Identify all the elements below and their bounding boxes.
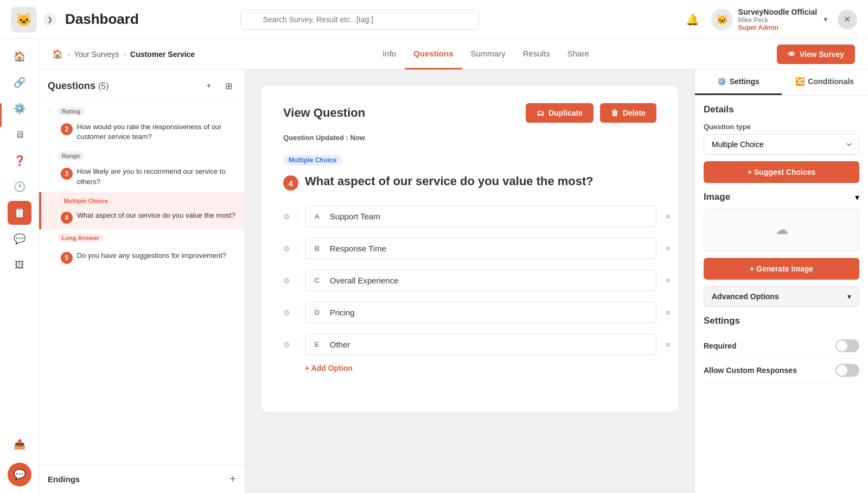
user-menu[interactable]: 🐱 SurveyNoodle Official Mike Peck Super … [711, 8, 829, 31]
upload-icon: ☁ [775, 222, 788, 237]
choice-remove-e[interactable]: ✕ [665, 340, 672, 349]
choice-drag-d[interactable]: :: [296, 308, 300, 317]
view-survey-button[interactable]: 👁 View Survey [777, 45, 855, 64]
choice-gear-b[interactable]: ⚙ [283, 244, 290, 253]
range-type-row: :: Range [39, 147, 245, 161]
endings-title: Endings [48, 475, 80, 484]
image-expand-button[interactable]: ▾ [855, 192, 859, 203]
details-title: Details [704, 104, 859, 115]
right-tabs: ⚙️ Settings 🔀 Conditionals [695, 69, 868, 96]
chat-float-button[interactable]: 💬 [8, 463, 31, 486]
sidebar-item-export[interactable]: 📤 [8, 432, 31, 456]
choice-remove-a[interactable]: ✕ [665, 212, 672, 221]
choice-input-e[interactable]: E Other [305, 334, 656, 355]
tab-summary[interactable]: Summary [462, 39, 514, 69]
mc-type-row[interactable]: :: Multiple Choice [39, 192, 245, 208]
settings-icon: ⚙️ [717, 77, 726, 86]
choice-remove-d[interactable]: ✕ [665, 308, 672, 317]
search-input[interactable] [240, 9, 479, 30]
questions-title: Questions (5) [48, 80, 109, 92]
choice-drag-c[interactable]: :: [296, 276, 300, 285]
add-question-button[interactable]: + [201, 78, 216, 93]
advanced-expand-icon: ▾ [847, 292, 851, 301]
questions-list: :: Rating :: 2 How would you rate the re… [39, 98, 245, 465]
close-button[interactable]: ✕ [838, 10, 857, 29]
avatar: 🐱 [711, 9, 733, 30]
sidebar-item-image[interactable]: 🖼 [8, 253, 31, 277]
choice-remove-c[interactable]: ✕ [665, 276, 672, 285]
choice-gear-e[interactable]: ⚙ [283, 340, 290, 349]
settings-section-title: Settings [704, 315, 859, 326]
user-role: Super Admin [738, 24, 817, 31]
nav-tabs: Info Questions Summary Results Share [374, 39, 598, 69]
tab-questions[interactable]: Questions [405, 39, 462, 69]
app-title: Dashboard [65, 11, 139, 28]
expand-questions-button[interactable]: ⊞ [221, 78, 236, 93]
advanced-options-section[interactable]: Advanced Options ▾ [704, 286, 859, 307]
notification-button[interactable]: 🔔 [683, 10, 703, 29]
user-dropdown-button[interactable]: ▼ [822, 16, 829, 23]
tab-info[interactable]: Info [374, 39, 405, 69]
delete-icon: 🗑 [611, 109, 618, 117]
tab-conditionals[interactable]: 🔀 Conditionals [782, 69, 869, 95]
settings-section: Settings Required Allow Custom Responses [704, 315, 859, 383]
sidebar-item-monitor[interactable]: 🖥 [8, 123, 31, 147]
breadcrumb: 🏠 › Your Surveys › Customer Service [52, 49, 195, 59]
choice-input-a[interactable]: A Support Team [305, 206, 656, 227]
sidebar-item-help[interactable]: ❓ [8, 149, 31, 173]
long-answer-type-row: :: Long Answer [39, 229, 245, 245]
question-item-2[interactable]: :: 2 How would you rate the responsivene… [39, 117, 245, 147]
sidebar-item-home[interactable]: 🏠 [8, 45, 31, 68]
mc-type-badge: Multiple Choice [60, 197, 112, 205]
duplicate-button[interactable]: 🗂 Duplicate [526, 103, 593, 123]
advanced-options-label: Advanced Options [712, 292, 779, 301]
question-item-4[interactable]: :: 4 What aspect of our service do you v… [39, 208, 245, 229]
breadcrumb-home[interactable]: 🏠 [52, 49, 63, 59]
choice-input-d[interactable]: D Pricing [305, 302, 656, 323]
breadcrumb-your-surveys[interactable]: Your Surveys [74, 50, 119, 59]
question-item-3[interactable]: :: 3 How likely are you to recommend our… [39, 161, 245, 192]
choice-row-c: ⚙ :: C Overall Experience ✕ [283, 268, 656, 293]
sidebar-item-settings[interactable]: ⚙️ [8, 97, 31, 121]
choice-row-e: ⚙ :: E Other ✕ [283, 332, 656, 357]
question-type-select[interactable]: Multiple Choice Single Choice Rating Lon… [704, 134, 859, 155]
delete-button[interactable]: 🗑 Delete [600, 103, 656, 123]
custom-responses-toggle[interactable] [835, 364, 859, 377]
sidebar-toggle[interactable]: ❯ [43, 13, 56, 26]
question-number: 4 [283, 175, 298, 191]
tab-settings[interactable]: ⚙️ Settings [695, 69, 782, 95]
choice-drag-a[interactable]: :: [296, 212, 300, 221]
choice-input-b[interactable]: B Response Time [305, 238, 656, 259]
setting-required: Required [704, 334, 859, 358]
choice-gear-c[interactable]: ⚙ [283, 276, 290, 285]
breadcrumb-current: Customer Service [130, 50, 195, 59]
choice-row-b: ⚙ :: B Response Time ✕ [283, 236, 656, 261]
question-item-5[interactable]: :: 5 Do you have any suggestions for imp… [39, 245, 245, 269]
choice-row-a: ⚙ :: A Support Team ✕ [283, 204, 656, 229]
generate-image-button[interactable]: + Generate Image [704, 258, 859, 280]
choice-gear-a[interactable]: ⚙ [283, 212, 290, 221]
eye-icon: 👁 [788, 50, 795, 59]
tab-results[interactable]: Results [514, 39, 559, 69]
choice-gear-d[interactable]: ⚙ [283, 308, 290, 317]
sidebar-item-surveys[interactable]: 📋 [8, 201, 31, 225]
choice-drag-e[interactable]: :: [296, 340, 300, 349]
long-answer-type-badge: Long Answer [58, 233, 104, 242]
sidebar-item-history[interactable]: 🕐 [8, 175, 31, 199]
sidebar-item-comments[interactable]: 💬 [8, 227, 31, 251]
setting-custom-responses: Allow Custom Responses [704, 358, 859, 383]
add-ending-button[interactable]: + [229, 473, 236, 485]
question-updated: Question Updated : Now [283, 134, 656, 142]
add-option-button[interactable]: + Add Option [283, 357, 353, 372]
tab-share[interactable]: Share [559, 39, 598, 69]
image-upload-area[interactable]: ☁ [704, 208, 859, 251]
endings-section: Endings + [39, 465, 245, 493]
sidebar-item-links[interactable]: 🔗 [8, 71, 31, 94]
choice-drag-b[interactable]: :: [296, 244, 300, 253]
choice-remove-b[interactable]: ✕ [665, 244, 672, 253]
choice-input-c[interactable]: C Overall Experience [305, 270, 656, 291]
required-toggle[interactable] [835, 339, 859, 352]
mc-badge: Multiple Choice [283, 155, 342, 166]
duplicate-icon: 🗂 [537, 109, 544, 117]
suggest-choices-button[interactable]: + Suggest Choices [704, 161, 859, 183]
